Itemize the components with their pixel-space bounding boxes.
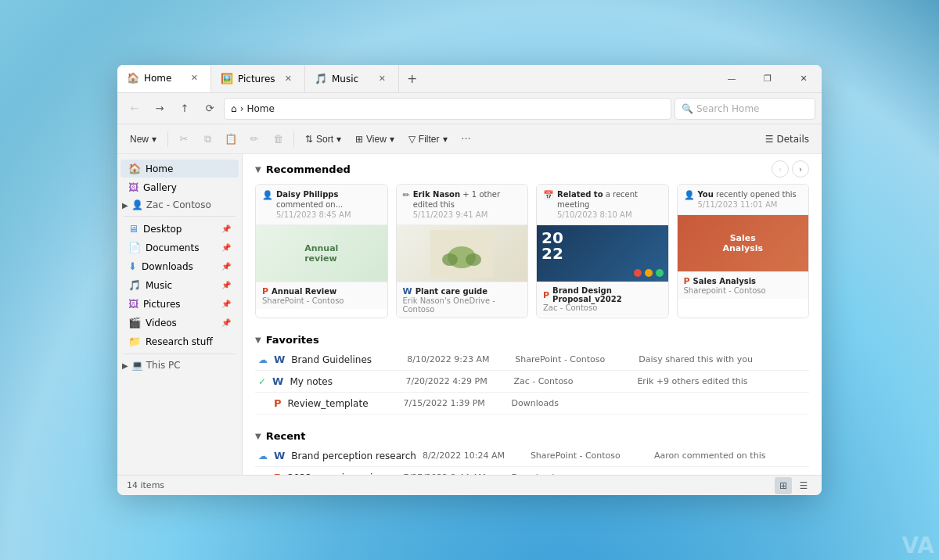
view-label: View [366, 134, 387, 145]
rename-button[interactable]: ✏ [243, 128, 265, 150]
fav-0-file-icon: W [274, 354, 285, 365]
delete-button[interactable]: 🗑 [267, 128, 289, 150]
rec-card-0[interactable]: 👤 Daisy Philipps commented on... 5/11/20… [255, 184, 388, 318]
rec-card-3-loc: Sharepoint - Contoso [684, 286, 803, 295]
sidebar-pictures-icon: 🖼 [128, 298, 139, 310]
grid-view-button[interactable]: ⊞ [775, 477, 792, 494]
sidebar-videos-icon: 🎬 [128, 317, 141, 328]
details-button[interactable]: ☰ Details [759, 128, 815, 150]
rec-card-0-user: Daisy Philipps [276, 190, 338, 199]
view-button[interactable]: ⊞ View ▾ [349, 128, 401, 150]
rec-nav-next[interactable]: › [792, 160, 809, 178]
rec-card-1-meta-text: Erik Nason + 1 other edited this 5/11/20… [413, 189, 521, 220]
tab-music[interactable]: 🎵 Music ✕ [305, 65, 399, 92]
sidebar-divider-2 [124, 354, 236, 354]
sidebar-zac-group[interactable]: ▶ 👤 Zac - Contoso [117, 197, 242, 213]
favorites-item-2[interactable]: ☁ P Review_template 7/15/2022 1:39 PM Do… [255, 393, 809, 415]
tab-music-close[interactable]: ✕ [376, 72, 389, 85]
fav-0-location: SharePoint - Contoso [515, 354, 632, 364]
filter-button[interactable]: ▽ Filter ▾ [402, 128, 454, 150]
fav-2-file-icon: P [274, 397, 282, 409]
sidebar-item-documents[interactable]: 📄 Documents 📌 [121, 239, 239, 257]
recent-item-0[interactable]: ☁ W Brand perception research 8/2/2022 1… [255, 445, 809, 467]
up-button[interactable]: ↑ [174, 98, 196, 120]
view-icon: ⊞ [355, 134, 363, 145]
sidebar-item-desktop[interactable]: 🖥 Desktop 📌 [121, 220, 239, 238]
fav-0-cloud-icon: ☁ [258, 354, 268, 365]
sidebar-item-home[interactable]: 🏠 Home [121, 160, 239, 178]
tab-home-label: Home [144, 73, 183, 84]
rec-card-3-meta: 👤 You recently opened this 5/11/2023 11:… [678, 185, 809, 215]
refresh-button[interactable]: ⟳ [199, 98, 221, 120]
rec-card-1-user: Erik Nason [413, 190, 460, 199]
sidebar-pictures-label: Pictures [143, 299, 217, 310]
sidebar-item-downloads[interactable]: ⬇ Downloads 📌 [121, 257, 239, 275]
sidebar-item-music[interactable]: 🎵 Music 📌 [121, 276, 239, 294]
recent-list: ☁ W Brand perception research 8/2/2022 1… [243, 445, 822, 475]
recommended-label: Recommended [266, 163, 351, 175]
forward-button[interactable]: → [149, 98, 171, 120]
rec-card-3-user: You [698, 190, 714, 199]
search-bar[interactable]: 🔍 Search Home [675, 98, 815, 120]
rec-nav-prev[interactable]: ‹ [772, 160, 789, 178]
item-count: 14 items [127, 480, 164, 490]
tab-pictures[interactable]: 🖼️ Pictures ✕ [211, 65, 305, 92]
favorites-list: ☁ W Brand Guidelines 8/10/2022 9:23 AM S… [243, 349, 822, 424]
rec-card-1-user-icon: ✏ [403, 190, 410, 200]
close-button[interactable]: ✕ [786, 65, 822, 92]
new-button[interactable]: New ▾ [124, 128, 163, 150]
sidebar-item-pictures[interactable]: 🖼 Pictures 📌 [121, 295, 239, 313]
rec-card-0-date: 5/11/2023 8:45 AM [276, 210, 351, 219]
rec-card-3[interactable]: 👤 You recently opened this 5/11/2023 11:… [677, 184, 810, 318]
music-tab-icon: 🎵 [315, 73, 327, 84]
sidebar-docs-label: Documents [146, 242, 217, 253]
rec-card-3-meta-text: You recently opened this 5/11/2023 11:01… [698, 189, 797, 210]
minimize-button[interactable]: — [714, 65, 750, 92]
rec-card-2-fname: P Brand Design Proposal_v2022 [543, 286, 662, 303]
list-view-button[interactable]: ☰ [795, 477, 812, 494]
favorites-section-header: ▼ Favorites [243, 328, 822, 349]
sidebar-home-label: Home [146, 163, 231, 174]
recent-item-1[interactable]: ☁ P 2022_year_in_review 7/27/2022 8:44 A… [255, 467, 809, 475]
rec-card-0-thumb: Annualreview [256, 225, 387, 282]
breadcrumb-bar[interactable]: ⌂ › Home [224, 98, 671, 120]
more-button[interactable]: ··· [455, 128, 477, 150]
sidebar-thispc-group[interactable]: ▶ 💻 This PC [117, 357, 242, 373]
favorites-item-0[interactable]: ☁ W Brand Guidelines 8/10/2022 9:23 AM S… [255, 349, 809, 371]
tab-home-close[interactable]: ✕ [188, 71, 201, 84]
breadcrumb-separator: › [240, 103, 244, 114]
sidebar-music-pin: 📌 [221, 281, 231, 289]
rec-0-cloud-icon: ☁ [258, 451, 268, 461]
recent-collapse[interactable]: ▼ [255, 432, 261, 440]
back-button[interactable]: ← [124, 98, 146, 120]
sidebar-item-research[interactable]: 📁 Research stuff [121, 332, 239, 350]
copy-button[interactable]: ⧉ [196, 128, 218, 150]
sort-button[interactable]: ⇅ Sort ▾ [299, 128, 347, 150]
filter-arrow: ▾ [443, 134, 448, 145]
sort-icon: ⇅ [305, 134, 313, 145]
brand-thumb: 2022 [537, 225, 668, 282]
rec-card-1[interactable]: ✏ Erik Nason + 1 other edited this 5/11/… [396, 184, 529, 318]
add-tab-button[interactable]: + [399, 65, 425, 92]
recent-label: Recent [266, 430, 306, 442]
svg-point-3 [466, 253, 481, 266]
recommended-collapse[interactable]: ▼ [255, 165, 261, 174]
paste-button[interactable]: 📋 [220, 128, 242, 150]
rec-card-3-fname: P Sales Analysis [684, 276, 803, 286]
rec-0-date: 8/2/2022 10:24 AM [423, 451, 524, 461]
rec-card-0-meta-text: Daisy Philipps commented on... 5/11/2023… [276, 189, 381, 220]
favorites-item-1[interactable]: ✓ W My notes 7/20/2022 4:29 PM Zac - Con… [255, 371, 809, 393]
rec-card-0-loc: SharePoint - Contoso [262, 296, 381, 305]
recommended-cards: 👤 Daisy Philipps commented on... 5/11/20… [243, 181, 822, 328]
tab-pictures-close[interactable]: ✕ [282, 72, 295, 85]
tab-home[interactable]: 🏠 Home ✕ [117, 65, 211, 92]
sidebar-item-gallery[interactable]: 🖼 Gallery [121, 178, 239, 196]
sidebar-videos-pin: 📌 [221, 318, 231, 327]
maximize-button[interactable]: ❐ [750, 65, 786, 92]
pictures-tab-icon: 🖼️ [221, 73, 233, 84]
cut-button[interactable]: ✂ [173, 128, 195, 150]
content-area: ▼ Recommended ‹ › 👤 Daisy Philipps comme… [243, 154, 822, 475]
sidebar-item-videos[interactable]: 🎬 Videos 📌 [121, 314, 239, 332]
favorites-collapse[interactable]: ▼ [255, 336, 261, 344]
rec-card-2[interactable]: 📅 Related to a recent meeting 5/10/2023 … [536, 184, 669, 318]
